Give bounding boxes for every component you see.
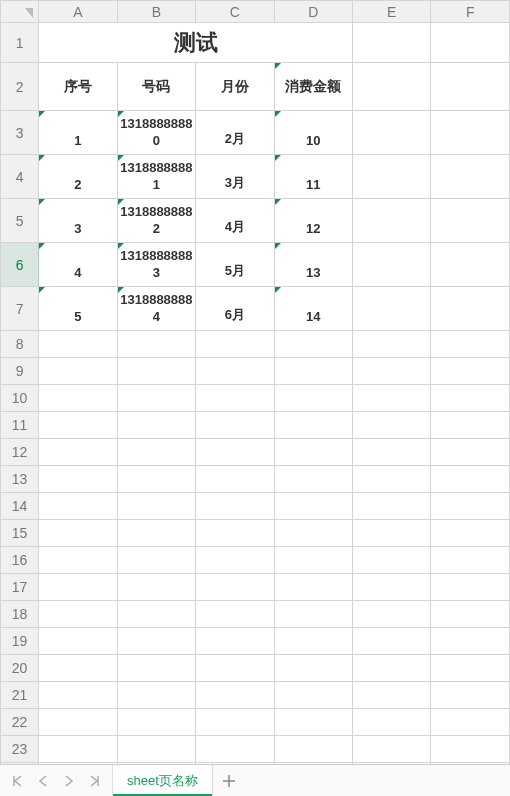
cell-B21[interactable]	[117, 682, 195, 709]
cell-C18[interactable]	[196, 601, 274, 628]
cell-F16[interactable]	[431, 547, 510, 574]
cell-A5[interactable]: 3	[39, 199, 117, 243]
cell-A17[interactable]	[39, 574, 117, 601]
cell-A11[interactable]	[39, 412, 117, 439]
cell-F2[interactable]	[431, 63, 510, 111]
cell-D21[interactable]	[274, 682, 352, 709]
cell-B10[interactable]	[117, 385, 195, 412]
cell-C4[interactable]: 3月	[196, 155, 274, 199]
cell-C11[interactable]	[196, 412, 274, 439]
cell-E5[interactable]	[353, 199, 431, 243]
cell-C19[interactable]	[196, 628, 274, 655]
row-header-11[interactable]: 11	[1, 412, 39, 439]
col-header-F[interactable]: F	[431, 1, 510, 23]
sheet-nav-prev-icon[interactable]	[32, 770, 54, 792]
cell-C22[interactable]	[196, 709, 274, 736]
cell-A4[interactable]: 2	[39, 155, 117, 199]
cell-E17[interactable]	[353, 574, 431, 601]
row-header-21[interactable]: 21	[1, 682, 39, 709]
cell-E8[interactable]	[353, 331, 431, 358]
cell-D9[interactable]	[274, 358, 352, 385]
row-header-2[interactable]: 2	[1, 63, 39, 111]
cell-C13[interactable]	[196, 466, 274, 493]
cell-F8[interactable]	[431, 331, 510, 358]
row-header-3[interactable]: 3	[1, 111, 39, 155]
cell-E20[interactable]	[353, 655, 431, 682]
row-header-19[interactable]: 19	[1, 628, 39, 655]
cell-D6[interactable]: 13	[274, 243, 352, 287]
cell-C20[interactable]	[196, 655, 274, 682]
row-header-4[interactable]: 4	[1, 155, 39, 199]
cell-D20[interactable]	[274, 655, 352, 682]
cell-A9[interactable]	[39, 358, 117, 385]
cell-B9[interactable]	[117, 358, 195, 385]
col-header-E[interactable]: E	[353, 1, 431, 23]
spreadsheet-grid[interactable]: A B C D E F 1 测试 2 序号 号码 月份 消费金额 3 1 131…	[0, 0, 510, 764]
cell-D19[interactable]	[274, 628, 352, 655]
cell-B16[interactable]	[117, 547, 195, 574]
cell-B6[interactable]: 13188888883	[117, 243, 195, 287]
cell-E6[interactable]	[353, 243, 431, 287]
row-header-5[interactable]: 5	[1, 199, 39, 243]
row-header-22[interactable]: 22	[1, 709, 39, 736]
cell-F13[interactable]	[431, 466, 510, 493]
cell-D15[interactable]	[274, 520, 352, 547]
cell-F11[interactable]	[431, 412, 510, 439]
row-header-8[interactable]: 8	[1, 331, 39, 358]
cell-A23[interactable]	[39, 736, 117, 763]
cell-D3[interactable]: 10	[274, 111, 352, 155]
cell-C3[interactable]: 2月	[196, 111, 274, 155]
cell-D14[interactable]	[274, 493, 352, 520]
row-header-9[interactable]: 9	[1, 358, 39, 385]
cell-F15[interactable]	[431, 520, 510, 547]
cell-B19[interactable]	[117, 628, 195, 655]
cell-D18[interactable]	[274, 601, 352, 628]
cell-B4[interactable]: 13188888881	[117, 155, 195, 199]
cell-D17[interactable]	[274, 574, 352, 601]
cell-E14[interactable]	[353, 493, 431, 520]
row-header-10[interactable]: 10	[1, 385, 39, 412]
cell-F5[interactable]	[431, 199, 510, 243]
cell-C10[interactable]	[196, 385, 274, 412]
cell-E16[interactable]	[353, 547, 431, 574]
cell-D12[interactable]	[274, 439, 352, 466]
row-header-23[interactable]: 23	[1, 736, 39, 763]
cell-A13[interactable]	[39, 466, 117, 493]
cell-F12[interactable]	[431, 439, 510, 466]
cell-F22[interactable]	[431, 709, 510, 736]
row-header-16[interactable]: 16	[1, 547, 39, 574]
cell-F3[interactable]	[431, 111, 510, 155]
cell-A16[interactable]	[39, 547, 117, 574]
cell-C21[interactable]	[196, 682, 274, 709]
cell-F9[interactable]	[431, 358, 510, 385]
cell-E21[interactable]	[353, 682, 431, 709]
cell-E13[interactable]	[353, 466, 431, 493]
cell-B7[interactable]: 13188888884	[117, 287, 195, 331]
cell-A12[interactable]	[39, 439, 117, 466]
select-all-corner[interactable]	[1, 1, 39, 23]
cell-E7[interactable]	[353, 287, 431, 331]
add-sheet-button[interactable]	[213, 765, 245, 796]
title-cell[interactable]: 测试	[39, 23, 353, 63]
cell-B20[interactable]	[117, 655, 195, 682]
cell-B11[interactable]	[117, 412, 195, 439]
row-header-6[interactable]: 6	[1, 243, 39, 287]
cell-F18[interactable]	[431, 601, 510, 628]
cell-F19[interactable]	[431, 628, 510, 655]
cell-A7[interactable]: 5	[39, 287, 117, 331]
cell-D22[interactable]	[274, 709, 352, 736]
row-header-1[interactable]: 1	[1, 23, 39, 63]
header-seq[interactable]: 序号	[39, 63, 117, 111]
cell-D4[interactable]: 11	[274, 155, 352, 199]
cell-B14[interactable]	[117, 493, 195, 520]
cell-C6[interactable]: 5月	[196, 243, 274, 287]
cell-F23[interactable]	[431, 736, 510, 763]
cell-D11[interactable]	[274, 412, 352, 439]
cell-A6[interactable]: 4	[39, 243, 117, 287]
cell-F1[interactable]	[431, 23, 510, 63]
cell-B17[interactable]	[117, 574, 195, 601]
cell-F17[interactable]	[431, 574, 510, 601]
col-header-D[interactable]: D	[274, 1, 352, 23]
row-header-20[interactable]: 20	[1, 655, 39, 682]
sheet-nav-next-icon[interactable]	[58, 770, 80, 792]
